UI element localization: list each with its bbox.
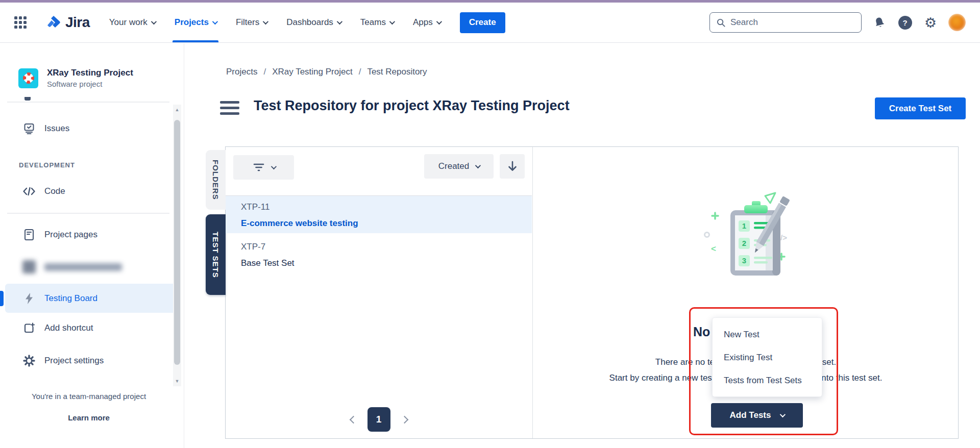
divider <box>7 102 169 103</box>
scrolled-partial-item <box>24 97 31 101</box>
breadcrumb-project-name[interactable]: XRay Testing Project <box>272 67 352 77</box>
active-item-indicator <box>0 291 4 306</box>
project-type: Software project <box>47 80 133 88</box>
menu-item-existing-test[interactable]: Existing Test <box>713 346 822 369</box>
learn-more-link[interactable]: Learn more <box>0 413 178 422</box>
test-repository-panel <box>225 146 959 439</box>
sidebar-item-testing-board[interactable]: Testing Board <box>5 284 178 313</box>
sort-field-dropdown[interactable]: Created <box>424 154 494 179</box>
notifications-bell-icon[interactable] <box>872 15 887 30</box>
divider <box>7 213 169 214</box>
chevron-down-icon <box>780 412 786 417</box>
svg-text:1: 1 <box>742 221 746 230</box>
top-navbar: Jira Your work Projects Filters Dashboar… <box>0 3 980 43</box>
menu-item-new-test[interactable]: New Test <box>713 323 822 346</box>
nav-item-teams[interactable]: Teams <box>360 3 394 42</box>
jira-logo[interactable]: Jira <box>46 14 90 31</box>
tab-test-sets[interactable]: TEST SETS <box>206 214 226 295</box>
sidebar-item-issues[interactable]: Issues <box>0 117 178 140</box>
redacted-label <box>44 263 122 271</box>
test-set-row[interactable]: XTP-11 E-commerce website testing <box>226 196 532 233</box>
svg-text:<: < <box>711 244 716 254</box>
breadcrumb-test-repository[interactable]: Test Repository <box>367 67 427 77</box>
jira-logo-icon <box>46 15 61 30</box>
pagination: 1 <box>226 407 532 432</box>
empty-state-illustration: < /> 1 2 3 <box>695 188 797 290</box>
breadcrumb: Projects / XRay Testing Project / Test R… <box>226 67 427 77</box>
pages-icon <box>22 228 36 241</box>
help-icon[interactable]: ? <box>897 15 913 30</box>
user-avatar[interactable] <box>948 14 966 31</box>
next-page-icon[interactable] <box>400 415 408 424</box>
code-icon <box>22 185 36 198</box>
nav-item-your-work[interactable]: Your work <box>109 3 155 42</box>
add-tests-button[interactable]: Add Tests <box>711 403 803 428</box>
nav-item-apps[interactable]: Apps <box>413 3 440 42</box>
filter-button[interactable] <box>233 155 294 180</box>
chevron-down-icon <box>475 163 481 168</box>
project-name: XRay Testing Project <box>47 68 133 78</box>
sidebar-item-project-pages[interactable]: Project pages <box>0 223 178 246</box>
chevron-down-icon <box>337 19 342 24</box>
sidebar-scrollbar[interactable]: ▲ ▼ <box>173 105 181 386</box>
issue-title[interactable]: E-commerce website testing <box>241 218 532 229</box>
sidebar-item-add-shortcut[interactable]: Add shortcut <box>0 317 178 339</box>
project-header[interactable]: XRay Testing Project Software project <box>18 68 133 88</box>
sidebar-item-code[interactable]: Code <box>0 180 178 203</box>
page-title: Test Repository for project XRay Testing… <box>254 98 570 114</box>
svg-text:2: 2 <box>742 239 746 247</box>
chevron-down-icon <box>151 19 157 24</box>
project-avatar-icon <box>18 68 38 88</box>
sort-direction-button[interactable] <box>500 154 525 179</box>
current-page-button[interactable]: 1 <box>368 407 390 432</box>
search-input[interactable]: Search <box>709 12 862 33</box>
gear-icon <box>22 354 36 367</box>
redacted-app-icon <box>22 260 36 273</box>
add-tests-dropdown-menu: New Test Existing Test Tests from Test S… <box>712 317 822 397</box>
filter-icon <box>253 162 265 173</box>
search-icon <box>716 18 726 28</box>
svg-text:/>: /> <box>780 233 787 242</box>
svg-text:3: 3 <box>742 256 746 265</box>
jira-logo-text: Jira <box>65 14 90 31</box>
create-test-set-button[interactable]: Create Test Set <box>875 97 966 119</box>
project-sidebar: XRay Testing Project Software project Is… <box>0 43 184 448</box>
sidebar-item-project-settings[interactable]: Project settings <box>0 350 178 372</box>
arrow-down-icon <box>507 161 518 172</box>
chevron-down-icon <box>389 19 395 24</box>
test-set-row[interactable]: XTP-7 Base Test Set <box>226 236 532 273</box>
nav-item-projects[interactable]: Projects <box>175 3 216 42</box>
lightning-bolt-icon <box>22 292 36 305</box>
nav-item-dashboards[interactable]: Dashboards <box>286 3 341 42</box>
add-shortcut-icon <box>22 321 36 335</box>
chevron-down-icon <box>271 164 276 169</box>
question-mark: ? <box>902 18 907 27</box>
sidebar-item-redacted[interactable] <box>0 256 178 278</box>
chevron-down-icon <box>263 19 268 24</box>
team-managed-note: You're in a team-managed project <box>0 392 178 401</box>
issue-key: XTP-11 <box>241 202 532 212</box>
issue-key: XTP-7 <box>241 242 532 252</box>
chevron-down-icon <box>212 19 218 24</box>
issues-icon <box>22 122 36 135</box>
create-button[interactable]: Create <box>460 12 505 33</box>
previous-page-icon[interactable] <box>349 415 357 424</box>
panel-divider <box>532 147 533 438</box>
chevron-down-icon <box>436 19 442 24</box>
scrollbar-thumb[interactable] <box>174 120 180 365</box>
search-placeholder: Search <box>730 17 758 28</box>
sidebar-section-development: DEVELOPMENT <box>19 161 75 169</box>
scrollbar-up-arrow[interactable]: ▲ <box>173 106 181 114</box>
repository-menu-icon[interactable] <box>220 101 239 115</box>
breadcrumb-projects[interactable]: Projects <box>226 67 257 77</box>
nav-item-filters[interactable]: Filters <box>236 3 267 42</box>
settings-gear-icon[interactable]: ⚙ <box>923 15 938 30</box>
issue-title[interactable]: Base Test Set <box>241 258 532 268</box>
app-switcher-icon[interactable] <box>14 16 27 29</box>
scrollbar-down-arrow[interactable]: ▼ <box>173 377 181 385</box>
menu-item-tests-from-test-sets[interactable]: Tests from Test Sets <box>713 369 822 392</box>
tab-folders[interactable]: FOLDERS <box>206 150 226 210</box>
